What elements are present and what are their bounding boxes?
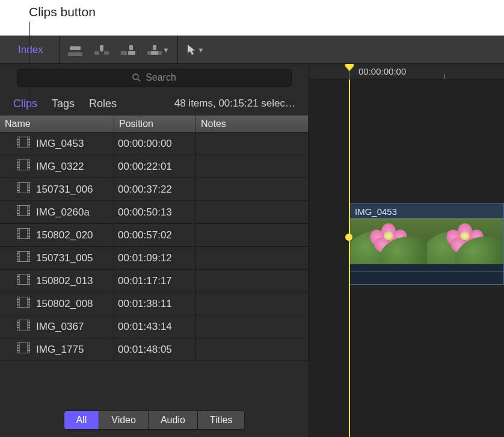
table-header: Name Position Notes — [0, 116, 309, 132]
table-row[interactable]: IMG_032200:00:22:01 — [0, 155, 309, 178]
clip-name: IMG_0367 — [36, 321, 84, 333]
filter-video[interactable]: Video — [99, 411, 149, 429]
callout-line — [29, 22, 30, 108]
film-icon — [17, 320, 30, 333]
clip-name: 150802_008 — [36, 298, 93, 310]
clip-position: 00:01:09:12 — [118, 252, 172, 264]
insert-clip-icon[interactable] — [94, 45, 109, 55]
film-icon — [17, 228, 30, 242]
table-row[interactable]: 150731_00500:01:09:12 — [0, 247, 309, 270]
search-placeholder: Search — [146, 72, 176, 83]
svg-rect-7 — [128, 51, 135, 55]
svg-rect-0 — [70, 46, 81, 50]
svg-rect-3 — [104, 51, 109, 55]
clip-name: 150731_006 — [36, 184, 93, 196]
svg-rect-8 — [129, 45, 133, 50]
filter-audio[interactable]: Audio — [149, 411, 198, 429]
tab-tags[interactable]: Tags — [52, 98, 75, 110]
svg-point-13 — [133, 74, 138, 79]
index-status-text: 48 items, 00:15:21 selec… — [174, 98, 295, 110]
clip-position: 00:01:38:11 — [118, 298, 172, 310]
film-icon — [17, 182, 30, 196]
film-icon — [17, 297, 30, 311]
main-toolbar: Index ▼ ▼ — [0, 36, 504, 64]
svg-marker-105 — [345, 64, 354, 71]
index-tabs: Clips Tags Roles 48 items, 00:15:21 sele… — [0, 91, 309, 116]
playhead-icon[interactable] — [344, 64, 355, 72]
clip-name: IMG_0260a — [36, 206, 90, 218]
clip-name: 150731_005 — [36, 252, 93, 264]
tab-roles[interactable]: Roles — [89, 98, 117, 110]
clips-table-body: IMG_045300:00:00:00IMG_032200:00:22:0115… — [0, 132, 309, 408]
ruler-tick — [444, 74, 445, 79]
timeline-clip-title: IMG_0453 — [350, 204, 503, 218]
timeline-clip-thumbnails — [350, 218, 503, 264]
table-row[interactable]: 150731_00600:00:37:22 — [0, 178, 309, 201]
film-icon — [17, 160, 30, 173]
clip-position: 00:00:37:22 — [118, 184, 172, 196]
timeline-area[interactable]: 00:00:00:00 IMG_0453 — [309, 64, 504, 437]
clip-name: IMG_0453 — [36, 138, 84, 150]
clip-position: 00:01:43:14 — [118, 321, 172, 333]
connect-clip-icon[interactable] — [68, 45, 82, 55]
timeline-edge-handle[interactable] — [345, 234, 352, 241]
svg-rect-10 — [151, 51, 158, 55]
filter-all[interactable]: All — [64, 411, 100, 429]
film-icon — [17, 205, 30, 219]
clip-position: 00:01:48:05 — [118, 344, 172, 356]
append-clip-icon[interactable] — [121, 45, 135, 55]
chevron-down-icon: ▼ — [197, 46, 204, 54]
table-row[interactable]: IMG_045300:00:00:00 — [0, 132, 309, 155]
chevron-down-icon: ▼ — [163, 46, 170, 54]
filter-segmented: All Video Audio Titles — [0, 408, 309, 437]
table-row[interactable]: IMG_036700:01:43:14 — [0, 315, 309, 338]
film-icon — [17, 251, 30, 265]
svg-marker-5 — [100, 50, 103, 52]
tab-clips[interactable]: Clips — [13, 98, 37, 110]
overwrite-clip-button[interactable]: ▼ — [147, 45, 170, 55]
timeline-clip[interactable]: IMG_0453 — [349, 203, 504, 285]
clip-position: 00:00:22:01 — [118, 161, 172, 173]
svg-rect-1 — [68, 52, 82, 56]
filter-titles[interactable]: Titles — [198, 411, 245, 429]
select-tool-button[interactable]: ▼ — [186, 44, 204, 56]
playhead-line[interactable] — [349, 79, 350, 437]
svg-rect-11 — [153, 45, 156, 50]
svg-line-14 — [138, 79, 140, 81]
table-row[interactable]: IMG_177500:01:48:05 — [0, 338, 309, 361]
table-row[interactable]: IMG_0260a00:00:50:13 — [0, 201, 309, 224]
table-row[interactable]: 150802_02000:00:57:02 — [0, 224, 309, 247]
svg-rect-6 — [121, 51, 127, 55]
table-row[interactable]: 150802_00800:01:38:11 — [0, 293, 309, 315]
clip-name: IMG_1775 — [36, 344, 84, 356]
ruler-timecode: 00:00:00:00 — [358, 66, 406, 76]
search-input[interactable]: Search — [17, 69, 292, 87]
film-icon — [17, 274, 30, 288]
column-position[interactable]: Position — [114, 116, 196, 132]
timeline-ruler[interactable]: 00:00:00:00 — [309, 64, 504, 79]
clip-position: 00:01:17:17 — [118, 275, 172, 287]
column-name[interactable]: Name — [0, 116, 114, 132]
search-icon — [132, 73, 141, 82]
svg-rect-4 — [100, 45, 103, 50]
index-button[interactable]: Index — [2, 44, 59, 56]
table-row[interactable]: 150802_01300:01:17:17 — [0, 270, 309, 293]
clip-position: 00:00:00:00 — [118, 138, 172, 150]
timeline-clip-audio — [350, 264, 503, 285]
index-panel: Search Clips Tags Roles 48 items, 00:15:… — [0, 64, 309, 437]
film-icon — [17, 342, 30, 356]
clip-name: 150802_013 — [36, 275, 93, 287]
callout-label: Clips button — [29, 5, 96, 19]
clip-name: IMG_0322 — [36, 161, 84, 173]
svg-marker-12 — [188, 45, 195, 55]
clip-name: 150802_020 — [36, 229, 93, 241]
svg-rect-2 — [94, 51, 99, 55]
clip-position: 00:00:57:02 — [118, 229, 172, 241]
app-window: Index ▼ ▼ — [0, 36, 504, 437]
clip-position: 00:00:50:13 — [118, 206, 172, 218]
column-notes[interactable]: Notes — [196, 116, 309, 132]
film-icon — [17, 137, 30, 150]
